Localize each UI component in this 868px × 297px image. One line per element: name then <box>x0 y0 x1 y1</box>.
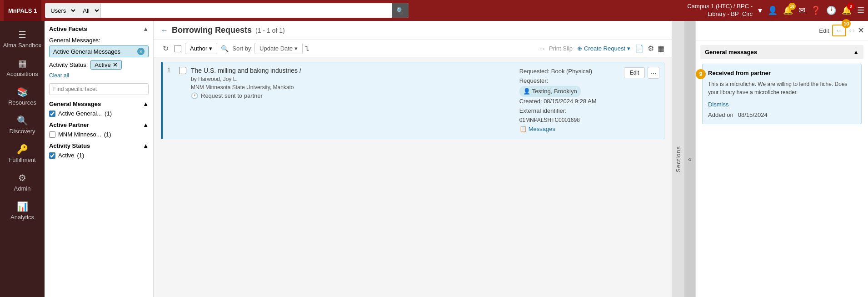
sort-dropdown[interactable]: Update Date ▾ <box>254 43 303 54</box>
sections-column[interactable]: Sections <box>672 21 684 297</box>
sidebar-item-fulfillment[interactable]: 🔑 Fulfillment <box>0 140 45 167</box>
author-dropdown[interactable]: Author ▾ <box>185 43 217 54</box>
active-status-badge[interactable]: Active ✕ <box>90 60 121 70</box>
rp-next-button[interactable]: › <box>853 26 855 35</box>
sidebar-item-resources[interactable]: 📚 Resources <box>0 83 45 110</box>
rp-close-button[interactable]: ✕ <box>858 25 864 35</box>
mail-icon[interactable]: ✉ <box>798 5 805 15</box>
toolbar-more-dots[interactable]: ··· <box>539 45 544 52</box>
messages-label: Messages <box>529 125 555 134</box>
rp-prev-button[interactable]: ‹ <box>849 26 851 35</box>
top-navigation: MnPALS 1 Users All 🔍 Campus 1 (HTC) / BP… <box>0 0 868 21</box>
view-icon[interactable]: ▦ <box>658 44 664 53</box>
resources-icon: 📚 <box>17 86 28 97</box>
back-button[interactable]: ← <box>161 26 168 35</box>
acquisitions-icon: ▦ <box>18 58 27 69</box>
row-edit-button[interactable]: Edit <box>624 67 645 78</box>
remove-active-general-tag[interactable]: ✕ <box>137 48 145 55</box>
gm-collapse-toggle[interactable]: ▲ <box>853 49 859 55</box>
sidebar-item-label-acquisitions: Acquisitions <box>6 70 38 77</box>
menu-icon[interactable]: ☰ <box>857 5 864 15</box>
clear-all-link[interactable]: Clear all <box>49 72 149 79</box>
row-status-text: Request sent to partner <box>201 92 263 99</box>
dismiss-link[interactable]: Dismiss <box>708 101 856 108</box>
facet-section-active-partner: Active Partner ▲ MNM Minneso... (1) <box>49 121 149 138</box>
history-icon[interactable]: 🕐 <box>826 5 836 15</box>
right-panel-toolbar: Edit ··· 10 ‹ › ✕ <box>696 21 868 40</box>
toolbar-icons: 📄 ⚙ ▦ <box>635 44 664 53</box>
create-request-chevron: ▾ <box>627 45 630 52</box>
sidebar-item-admin[interactable]: ⚙ Admin <box>0 169 45 196</box>
search-bar: Users All 🔍 <box>45 3 409 18</box>
active-general-tag-text: Active General Messages <box>53 48 120 55</box>
alerts-badge: 3 <box>847 3 854 10</box>
create-request-plus: ⊕ <box>577 45 582 52</box>
facet-checkbox-active-general[interactable] <box>49 111 55 117</box>
search-input[interactable] <box>101 3 392 18</box>
messages-icon: 📋 <box>519 125 527 134</box>
print-slip-button[interactable]: Print Slip <box>549 45 573 52</box>
user-icon[interactable]: 👤 <box>768 5 778 15</box>
table-area: 1 The U.S. milling and baking industries… <box>154 57 672 297</box>
sidebar-item-alma-sandbox[interactable]: ☰ Alma Sandbox <box>0 25 45 52</box>
search-scope-all[interactable]: All <box>77 3 101 18</box>
facet-checkbox-mnm[interactable] <box>49 131 55 138</box>
sidebar-item-analytics[interactable]: 📊 Analytics <box>0 197 45 224</box>
active-general-messages-tag[interactable]: Active General Messages ✕ <box>49 45 149 57</box>
rp-navigation-arrows: ‹ › <box>849 26 855 35</box>
author-search-icon[interactable]: 🔍 <box>221 45 229 52</box>
row-main-info: The U.S. milling and baking industries /… <box>191 67 515 99</box>
messages-link[interactable]: 📋 Messages <box>519 125 619 134</box>
facet-item-mnm[interactable]: MNM Minneso... (1) <box>49 131 149 138</box>
nav-right: Campus 1 (HTC) / BPC - Library - BP_Circ… <box>687 3 864 18</box>
row-checkbox[interactable] <box>179 67 186 74</box>
facet-collapse-toggle[interactable]: ▲ <box>143 25 149 32</box>
sort-direction-icon[interactable]: ⇅ <box>304 45 309 52</box>
row-created: Created: 08/15/2024 9:28 AM <box>519 97 619 106</box>
active-facets-header: Active Facets ▲ <box>49 25 149 32</box>
logo-text: MnPALS 1 <box>8 7 37 14</box>
fulfillment-icon: 🔑 <box>17 144 28 155</box>
help-icon[interactable]: ❓ <box>811 5 821 15</box>
row-more-button[interactable]: ··· <box>648 67 659 79</box>
select-all-checkbox[interactable] <box>174 45 181 52</box>
row-requester-label: Requester: <box>519 76 619 86</box>
search-submit-button[interactable]: 🔍 <box>392 3 409 18</box>
facet-section-as-toggle[interactable]: ▲ <box>143 142 149 149</box>
refresh-button[interactable]: ↻ <box>161 43 170 54</box>
settings-icon[interactable]: ⚙ <box>648 44 654 53</box>
facet-section-gm-toggle[interactable]: ▲ <box>143 101 149 107</box>
facet-section-ap-title: Active Partner <box>49 121 89 128</box>
active-status-text: Active <box>95 61 110 68</box>
row-requested: Requested: Book (Physical) <box>519 67 619 76</box>
facet-item-active-general[interactable]: Active General... (1) <box>49 110 149 117</box>
facet-checkbox-active[interactable] <box>49 152 55 159</box>
sidebar-item-acquisitions[interactable]: ▦ Acquisitions <box>0 54 45 81</box>
gm-added-date: Added on 08/15/2024 <box>708 111 856 118</box>
facet-search-input[interactable] <box>49 83 149 95</box>
gm-message-container: 9 Received from partner This is a microf… <box>700 64 863 124</box>
alerts-icon[interactable]: 🔔 3 <box>842 5 852 15</box>
search-scope-users[interactable]: Users <box>45 3 77 18</box>
result-count: (1 - 1 of 1) <box>255 27 285 34</box>
column-icon[interactable]: 📄 <box>635 44 644 53</box>
active-facets-title: Active Facets <box>49 25 87 32</box>
table-row: 1 The U.S. milling and baking industries… <box>161 62 664 139</box>
collapse-button[interactable]: « <box>684 21 695 297</box>
rp-edit-button[interactable]: Edit <box>819 27 829 34</box>
notifications-icon[interactable]: 🔔 18 <box>783 5 793 15</box>
facet-item-active[interactable]: Active (1) <box>49 152 149 159</box>
remove-active-status[interactable]: ✕ <box>113 61 118 68</box>
facet-panel: Active Facets ▲ General Messages: Active… <box>45 21 154 297</box>
facet-item-count-active: (1) <box>77 152 84 159</box>
gm-message: Received from partner This is a microfic… <box>702 64 862 124</box>
facet-section-ap-toggle[interactable]: ▲ <box>143 121 149 128</box>
sidebar-item-discovery[interactable]: 🔍 Discovery <box>0 111 45 138</box>
row-status: 🕐 Request sent to partner <box>191 92 515 99</box>
logo[interactable]: MnPALS 1 <box>4 0 41 21</box>
chevron-down-icon[interactable]: ▾ <box>758 5 762 15</box>
gm-message-title: Received from partner <box>708 70 856 76</box>
right-panel: Edit ··· 10 ‹ › ✕ General messages ▲ 9 R… <box>695 21 868 297</box>
author-dropdown-chevron: ▾ <box>209 45 212 52</box>
create-request-button[interactable]: ⊕ Create Request ▾ <box>577 45 630 52</box>
